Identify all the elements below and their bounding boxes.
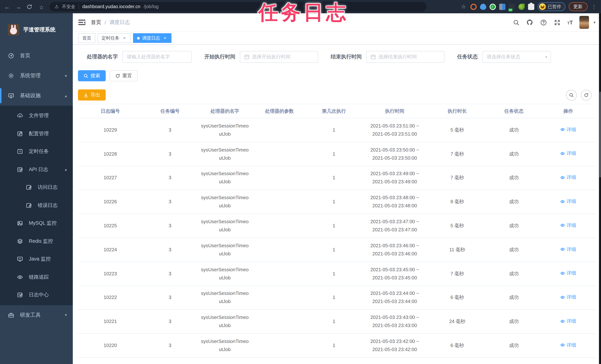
extension-icon[interactable] — [489, 3, 496, 10]
sidebar-item-system[interactable]: 系统管理 ▾ — [0, 66, 73, 86]
cell-exec-time: 2021-05-03 23:43:00 ~2021-05-03 23:43:00 — [361, 310, 428, 334]
cell-task-id: 3 — [143, 334, 198, 357]
sidebar-item-dev-tools[interactable]: 研发工具 ▾ — [0, 305, 73, 325]
fullscreen-icon[interactable] — [553, 19, 561, 26]
refresh-table-button[interactable] — [581, 90, 591, 101]
extensions-puzzle-icon[interactable] — [528, 3, 534, 10]
reload-icon[interactable] — [27, 4, 33, 10]
sidebar-item-api-log[interactable]: API 日志 ▴ — [0, 161, 73, 179]
sidebar-item-label: Redis 监控 — [29, 238, 53, 245]
input-placeholder: 选择开始执行时间 — [252, 54, 290, 60]
scrollbar-thumb[interactable] — [599, 92, 601, 177]
filter-end-time: 结束执行时间 选择结束执行时间 — [331, 51, 444, 63]
cell-handler-params — [252, 262, 307, 286]
cell-exec-count: 1 — [307, 166, 361, 190]
reset-button-label: 重置 — [122, 72, 132, 79]
cell-exec-count: 1 — [307, 118, 361, 142]
detail-link[interactable]: 详细 — [560, 125, 576, 134]
cell-task-id: 3 — [143, 238, 198, 262]
sidebar-item-java-monitor[interactable]: Java 监控 — [0, 250, 73, 268]
detail-link[interactable]: 详细 — [560, 150, 576, 158]
start-time-picker[interactable]: 选择开始执行时间 — [240, 51, 318, 63]
extension-icon[interactable] — [499, 3, 505, 10]
sidebar-item-redis-monitor[interactable]: Redis 监控 — [0, 232, 73, 250]
cell-task-status: 成功 — [486, 310, 541, 334]
breadcrumb-current: 调度日志 — [109, 19, 130, 26]
cell-handler-name: sysUserSessionTimeoutJob — [198, 334, 252, 357]
close-icon[interactable]: × — [163, 36, 167, 40]
main-area: 首页 / 调度日志 TT — [73, 13, 601, 364]
detail-link[interactable]: 详细 — [560, 293, 576, 301]
refresh-icon — [115, 73, 120, 78]
help-icon[interactable] — [540, 19, 547, 26]
search-button[interactable]: 搜索 — [78, 70, 106, 81]
reset-button[interactable]: 重置 — [110, 70, 138, 81]
tab-scheduled-jobs[interactable]: 定时任务 × — [98, 33, 131, 43]
toggle-search-button[interactable] — [566, 90, 577, 101]
sidebar-item-scheduled-jobs[interactable]: 定时任务 — [0, 143, 73, 161]
extension-icon[interactable] — [509, 3, 515, 10]
col-task-status: 任务状态 — [486, 104, 541, 118]
detail-link[interactable]: 详细 — [560, 269, 576, 277]
home-icon[interactable]: ⌂ — [38, 3, 45, 10]
sidebar-item-log-center[interactable]: 日志中心 — [0, 286, 73, 304]
github-icon[interactable] — [526, 19, 533, 26]
table-row: 10227 3 sysUserSessionTimeoutJob 1 2021-… — [78, 166, 595, 190]
detail-link[interactable]: 详细 — [560, 341, 576, 349]
address-bar[interactable]: ⚠ 不安全 dashboard.yudao.iocoder.cn/job/log — [50, 2, 426, 11]
cell-log-id: 10223 — [78, 262, 143, 286]
cell-task-status: 成功 — [486, 262, 541, 286]
browser-update-button[interactable]: 更新 — [569, 2, 587, 11]
detail-link[interactable]: 详细 — [560, 245, 576, 253]
sidebar-item-file-management[interactable]: 文件管理 — [0, 107, 73, 125]
extension-icon[interactable] — [518, 3, 524, 10]
cell-task-status: 成功 — [486, 286, 541, 310]
sidebar-item-mysql-monitor[interactable]: MySQL 监控 — [0, 214, 73, 232]
profile-paused-chip[interactable]: 已暂停 — [537, 2, 565, 11]
font-size-icon[interactable]: TT — [567, 20, 573, 25]
detail-link[interactable]: 详细 — [560, 317, 576, 325]
sidebar-item-error-log[interactable]: 错误日志 — [0, 196, 73, 214]
user-avatar[interactable] — [580, 16, 589, 29]
sidebar-item-home[interactable]: 首页 — [0, 46, 73, 66]
extension-icon[interactable] — [480, 3, 486, 10]
tab-job-log[interactable]: 调度日志 × — [133, 33, 171, 43]
sidebar: 芋道管理系统 首页 系统管理 ▾ 基础设施 ▴ — [0, 13, 73, 364]
back-icon[interactable]: ← — [4, 3, 10, 10]
detail-link[interactable]: 详细 — [560, 221, 576, 230]
url-host: dashboard.yudao.iocoder.cn — [82, 4, 140, 9]
browser-menu-icon[interactable]: ⋮ — [591, 4, 597, 10]
col-exec-duration: 执行时长 — [428, 104, 486, 118]
search-icon[interactable] — [512, 19, 520, 26]
export-button[interactable]: 导出 — [78, 90, 106, 101]
detail-link[interactable]: 详细 — [560, 173, 576, 182]
detail-link[interactable]: 详细 — [560, 197, 576, 205]
sidebar-item-config-management[interactable]: 配置管理 — [0, 125, 73, 143]
status-select[interactable]: 请选择任务状态 ▾ — [482, 51, 551, 63]
bookmark-star-icon[interactable]: ☆ — [460, 3, 467, 10]
image-icon — [17, 221, 23, 226]
logo-image — [8, 24, 19, 35]
cell-exec-duration: 7 毫秒 — [428, 166, 486, 190]
eye-icon — [560, 223, 565, 228]
caret-down-icon[interactable]: ▾ — [594, 20, 595, 24]
cell-exec-duration: 7 毫秒 — [428, 142, 486, 166]
app-logo[interactable]: 芋道管理系统 — [0, 13, 73, 46]
breadcrumb-separator: / — [105, 20, 106, 25]
monitor-icon — [17, 256, 23, 262]
end-time-picker[interactable]: 选择结束执行时间 — [366, 51, 444, 63]
sidebar-item-infrastructure[interactable]: 基础设施 ▴ — [0, 86, 73, 106]
close-icon[interactable]: × — [122, 36, 127, 40]
tab-home[interactable]: 首页 — [78, 33, 95, 43]
cell-task-id: 3 — [143, 118, 198, 142]
handler-name-input[interactable]: 请输入处理器的名字 — [122, 51, 192, 63]
cell-exec-count: 1 — [307, 262, 361, 286]
forward-icon[interactable]: → — [15, 3, 22, 10]
chevron-up-icon: ▴ — [65, 93, 67, 98]
breadcrumb-home[interactable]: 首页 — [91, 19, 101, 26]
cell-task-id: 3 — [143, 166, 198, 190]
sidebar-toggle-icon[interactable] — [78, 20, 85, 25]
sidebar-item-tracing[interactable]: 链路追踪 — [0, 268, 73, 286]
extension-icon[interactable] — [470, 3, 476, 10]
sidebar-item-access-log[interactable]: 访问日志 — [0, 179, 73, 196]
